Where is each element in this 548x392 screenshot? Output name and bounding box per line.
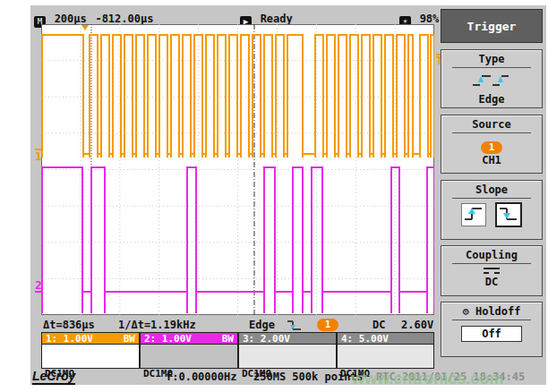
ch1-header[interactable]: 1: 1.00VBW <box>41 332 140 345</box>
source-channel-badge: 1 <box>481 141 502 154</box>
gear-icon: ⚙ <box>462 305 468 318</box>
type-value: Edge <box>441 93 542 106</box>
waveform-display <box>41 24 434 315</box>
falling-slope-option[interactable] <box>495 202 522 227</box>
trigger-delay-value: -812.00μs <box>95 13 153 25</box>
holdoff-label: Holdoff <box>475 305 521 318</box>
lecroy-logo: LeCroy <box>32 370 75 385</box>
trigger-menu-title: Trigger <box>441 9 543 43</box>
divider <box>452 263 531 264</box>
watermark: www.cntronics.com <box>352 370 503 388</box>
rising-edge-icon <box>463 204 484 224</box>
ch4-info-box: DC1MΩ Empty <box>337 345 434 369</box>
coupling-label: Coupling <box>441 246 542 261</box>
falling-edge-icon <box>287 320 303 331</box>
trigger-holdoff-button[interactable]: ⚙ Holdoff Off <box>441 302 543 357</box>
divider <box>452 132 531 133</box>
type-label: Type <box>441 50 542 65</box>
ch1-ground-marker[interactable]: 1 <box>35 149 42 162</box>
source-value: CH1 <box>441 154 542 166</box>
ch2-info-box: DC1MΩ ofs-3.30V <box>140 345 238 369</box>
ch4-header[interactable]: 4: 5.00V <box>337 332 434 345</box>
timebase-value: 200μs <box>55 13 87 25</box>
acquisition-status: Ready <box>261 13 293 25</box>
ch2-ground-marker[interactable]: 2 <box>35 279 42 293</box>
ch2-header[interactable]: 2: 1.00VBW <box>140 332 238 345</box>
slope-label: Slope <box>441 181 542 196</box>
divider <box>452 198 531 199</box>
sample-rate-readout: 250MS 500k points <box>253 371 364 383</box>
ch3-info-box: DC1MΩ Empty <box>238 345 337 369</box>
trigger-coupling-button[interactable]: Coupling DC <box>441 245 543 296</box>
frequency-counter: f:0.00000Hz <box>166 371 236 383</box>
ch4-scale: 4: 5.00V <box>341 333 389 345</box>
falling-edge-icon <box>498 204 519 224</box>
source-label: Source <box>441 115 542 131</box>
ch1-info-box: DC1MΩ ofs420mV <box>41 345 140 369</box>
divider <box>452 67 531 68</box>
edge-trigger-icon <box>471 72 512 89</box>
dc-coupling-icon <box>484 268 500 274</box>
oscilloscope-screen: M 200μs -812.00μs ▶ Ready ☀ 98% 1 2 T Δt… <box>0 0 548 392</box>
coupling-value: DC <box>441 276 542 288</box>
trigger-source-badge: 1 <box>317 319 338 331</box>
inverse-delta-t-readout: 1/Δt=1.19kHz <box>118 319 196 331</box>
ch3-header[interactable]: 3: 2.00V <box>238 332 337 345</box>
brightness-value: 98% <box>420 13 440 25</box>
ch2-bw-flag: BW <box>222 333 234 345</box>
trigger-coupling-readout: DC <box>372 319 385 331</box>
trigger-slope-button[interactable]: Slope <box>441 180 543 240</box>
trigger-type-readout: Edge <box>249 319 275 331</box>
trigger-level-readout: 2.60V <box>401 319 433 331</box>
delta-t-readout: Δt=836μs <box>43 319 95 331</box>
rising-slope-option[interactable] <box>461 203 486 226</box>
trigger-type-button[interactable]: Type Edge <box>441 49 543 108</box>
divider <box>452 320 531 320</box>
trigger-source-button[interactable]: Source 1 CH1 <box>441 115 543 174</box>
ch2-scale: 2: 1.00V <box>144 333 192 345</box>
ch1-bw-flag: BW <box>124 333 135 345</box>
holdoff-value-box[interactable]: Off <box>461 326 522 342</box>
ch1-scale: 1: 1.00V <box>46 333 93 345</box>
ch3-scale: 3: 2.00V <box>243 333 290 345</box>
